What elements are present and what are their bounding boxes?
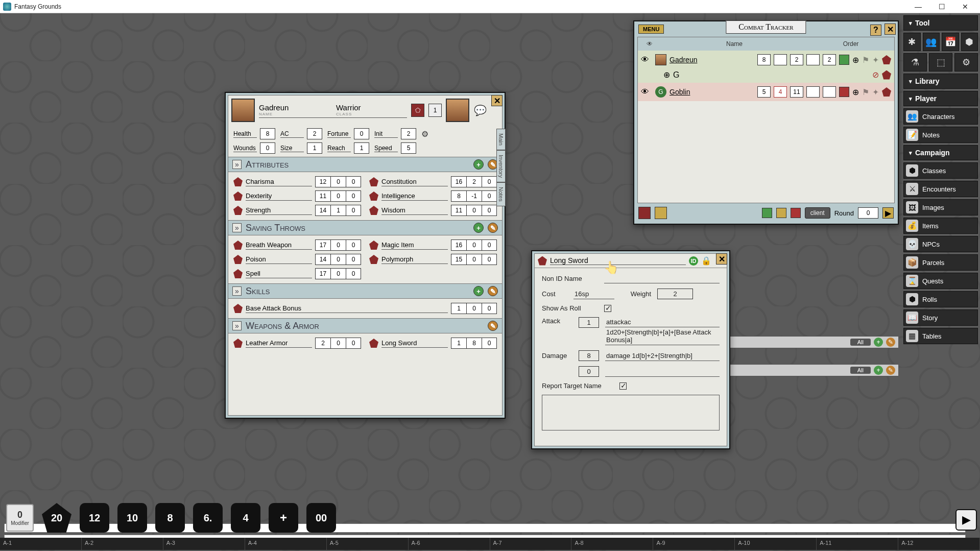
- stat-value[interactable]: 0: [346, 190, 361, 202]
- die-d4[interactable]: 4: [231, 503, 260, 533]
- hotbar-slot[interactable]: A-12: [898, 538, 980, 550]
- damage-n[interactable]: 8: [579, 350, 599, 361]
- add-button[interactable]: +: [473, 159, 484, 170]
- ct-init[interactable]: [806, 86, 820, 98]
- hotbar-slot[interactable]: A-5: [327, 538, 409, 550]
- add-icon[interactable]: +: [874, 366, 883, 375]
- tool-icon-assets[interactable]: ⬚: [929, 53, 952, 71]
- all-filter-button[interactable]: All: [850, 367, 871, 374]
- ct-wounds[interactable]: 4: [774, 86, 787, 98]
- round-value[interactable]: 0: [858, 207, 878, 219]
- next-turn-button[interactable]: ▶: [882, 207, 894, 219]
- hotbar-slot[interactable]: A-4: [245, 538, 327, 550]
- stat-value[interactable]: 17: [315, 239, 330, 251]
- cost-field[interactable]: 16sp: [573, 289, 614, 299]
- actor-name[interactable]: Gadreun: [670, 56, 754, 64]
- sidebar-item-rolls[interactable]: ⬢Rolls: [903, 291, 978, 307]
- token-icon[interactable]: G: [655, 86, 666, 98]
- stat-value[interactable]: 0: [482, 190, 497, 202]
- stat-value[interactable]: 2: [315, 338, 330, 349]
- stat-value[interactable]: 0: [466, 254, 482, 265]
- char-name[interactable]: Gadreun: [259, 103, 330, 112]
- stat-init[interactable]: 2: [401, 128, 416, 139]
- edit-button[interactable]: ✎: [488, 321, 498, 331]
- flag-icon[interactable]: ⚑: [862, 55, 869, 65]
- showroll-checkbox[interactable]: [604, 305, 611, 312]
- sidebar-item-images[interactable]: 🖼Images: [903, 199, 978, 215]
- stat-value[interactable]: 2: [466, 176, 482, 187]
- stat-name[interactable]: Charisma: [246, 178, 312, 186]
- d20-icon[interactable]: [369, 339, 378, 348]
- stat-value[interactable]: 0: [346, 239, 361, 251]
- link-icon[interactable]: [882, 55, 891, 64]
- stat-value[interactable]: 0: [346, 205, 361, 216]
- stat-value[interactable]: 16: [451, 176, 466, 187]
- expand-icon[interactable]: »: [232, 160, 242, 169]
- stat-value[interactable]: 0: [330, 176, 346, 187]
- stat-value[interactable]: 14: [315, 254, 330, 265]
- stat-value[interactable]: 0: [330, 190, 346, 202]
- expand-icon[interactable]: »: [232, 223, 242, 232]
- stat-name[interactable]: Strength: [246, 206, 312, 215]
- add-button[interactable]: +: [473, 223, 484, 233]
- stat-value[interactable]: 0: [346, 254, 361, 265]
- tool-icon-mod[interactable]: ⬢: [961, 33, 978, 51]
- stat-value[interactable]: 14: [315, 205, 330, 216]
- d20-icon[interactable]: [369, 177, 378, 186]
- sidebar-item-story[interactable]: 📖Story: [903, 309, 978, 326]
- ct-order[interactable]: 2: [823, 54, 836, 65]
- stat-value[interactable]: 8: [466, 338, 482, 349]
- tool-icon-calendar[interactable]: 📅: [942, 33, 959, 51]
- d20-icon[interactable]: [369, 191, 378, 201]
- stat-name[interactable]: Leather Armor: [246, 339, 312, 348]
- stat-health[interactable]: 8: [260, 128, 275, 139]
- ct-hp[interactable]: 5: [757, 86, 771, 98]
- effect-icon[interactable]: ✦: [872, 55, 879, 65]
- d20-icon[interactable]: [233, 241, 243, 250]
- stat-value[interactable]: 0: [482, 176, 497, 187]
- attack-n[interactable]: 1: [579, 317, 599, 328]
- stat-value[interactable]: 0: [482, 239, 497, 251]
- ct-row-pc[interactable]: 👁 Gadreun 8 2 2 ⊕ ⚑ ✦: [638, 51, 894, 69]
- attack-name-field[interactable]: attackac: [605, 317, 720, 327]
- stat-value[interactable]: 16: [451, 239, 466, 251]
- target-icon[interactable]: ⊕: [852, 55, 859, 65]
- stat-value[interactable]: 15: [451, 254, 466, 265]
- add-button[interactable]: +: [473, 286, 484, 296]
- drop-zone-icon[interactable]: [638, 207, 651, 219]
- tool-icon-party[interactable]: 👥: [923, 33, 940, 51]
- stat-value[interactable]: 12: [315, 176, 330, 187]
- weight-field[interactable]: 2: [657, 289, 693, 299]
- lock-icon[interactable]: 🔒: [701, 256, 711, 266]
- die-d10[interactable]: 10: [117, 503, 147, 533]
- sidebar-item-encounters[interactable]: ⚔Encounters: [903, 181, 978, 197]
- ct-order[interactable]: [823, 86, 836, 98]
- d20-icon[interactable]: [233, 255, 243, 264]
- client-button[interactable]: client: [805, 207, 830, 219]
- close-button[interactable]: ✕: [885, 23, 896, 35]
- d20-icon[interactable]: [538, 256, 547, 266]
- stat-name[interactable]: Intelligence: [381, 192, 448, 201]
- close-button[interactable]: ✕: [716, 253, 727, 265]
- faction-friendly-icon[interactable]: [762, 208, 772, 218]
- stat-value[interactable]: 0: [346, 338, 361, 349]
- target-icon[interactable]: ⊕: [663, 70, 670, 80]
- window-minimize-button[interactable]: —: [906, 0, 930, 13]
- stat-value[interactable]: 0: [330, 254, 346, 265]
- ct-ac[interactable]: 2: [790, 54, 803, 65]
- sidebar-item-parcels[interactable]: 📦Parcels: [903, 254, 978, 271]
- hotbar-slot[interactable]: A-1: [0, 538, 82, 550]
- help-button[interactable]: ?: [870, 25, 881, 36]
- token-icon[interactable]: [655, 54, 666, 65]
- sidebar-header-library[interactable]: Library: [903, 74, 978, 89]
- stat-name[interactable]: Magic Item: [381, 241, 448, 250]
- flag-icon[interactable]: ⚑: [862, 87, 869, 97]
- ct-wounds[interactable]: [774, 54, 787, 65]
- stat-value[interactable]: 8: [451, 190, 466, 202]
- edit-button[interactable]: ✎: [488, 223, 498, 233]
- sidebar-item-notes[interactable]: 📝Notes: [903, 127, 978, 143]
- effect-icon[interactable]: ✦: [872, 87, 879, 97]
- stat-value[interactable]: 1: [330, 205, 346, 216]
- hotbar-slot[interactable]: A-3: [163, 538, 245, 550]
- target-icon[interactable]: ⊕: [852, 87, 859, 97]
